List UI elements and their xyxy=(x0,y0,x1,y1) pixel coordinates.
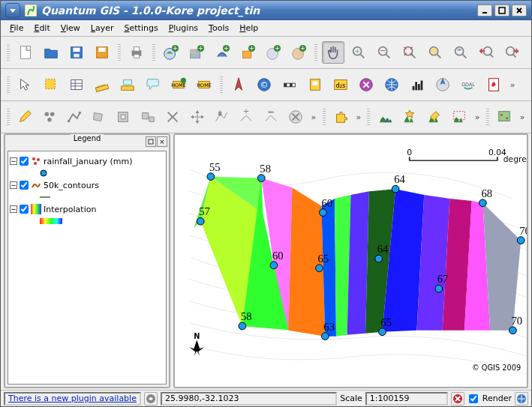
zoom-layer-button[interactable] xyxy=(449,41,472,64)
menu-settings[interactable]: Settings xyxy=(120,22,163,34)
toolbar-overflow-5[interactable]: » xyxy=(518,106,526,128)
select-button[interactable] xyxy=(40,73,62,96)
gps-button[interactable] xyxy=(431,73,454,96)
menu-layer[interactable]: Layer xyxy=(86,22,119,34)
svg-text:60: 60 xyxy=(272,250,284,262)
gdal-button[interactable]: GDAL xyxy=(457,73,479,96)
add-raster-button[interactable]: + xyxy=(185,41,208,64)
save-as-button[interactable] xyxy=(91,41,113,64)
expand-icon[interactable]: − xyxy=(10,205,17,213)
rainfall-point: 58 xyxy=(257,163,271,182)
capture-ring-button[interactable] xyxy=(113,106,134,128)
split-button[interactable] xyxy=(161,106,183,128)
georeferencer-button[interactable] xyxy=(494,106,515,128)
grass-edit-button[interactable] xyxy=(424,106,446,128)
pdf-button[interactable] xyxy=(482,73,505,96)
zoom-in-button[interactable]: + xyxy=(347,41,370,64)
menu-view[interactable]: View xyxy=(56,22,85,34)
maximize-button[interactable] xyxy=(494,4,509,16)
pan-button[interactable] xyxy=(322,41,344,64)
menu-plugins[interactable]: Plugins xyxy=(164,22,203,34)
legend-close-button[interactable]: × xyxy=(157,136,167,147)
plugin-manager-button[interactable] xyxy=(329,106,351,128)
rainfall-point: 70 xyxy=(509,315,523,334)
svg-text:+: + xyxy=(249,44,254,52)
d2s-button[interactable]: d₂s xyxy=(329,73,352,96)
toolbar-overflow-4[interactable]: » xyxy=(473,106,481,128)
expand-icon[interactable]: − xyxy=(10,157,17,165)
legend-undock-button[interactable] xyxy=(146,136,156,147)
zoom-next-button[interactable] xyxy=(500,41,523,64)
svg-point-100 xyxy=(37,158,40,161)
render-checkbox[interactable] xyxy=(469,394,478,403)
add-vertex-button[interactable]: + xyxy=(236,106,257,128)
delete-selected-button[interactable] xyxy=(284,106,306,128)
projection-button[interactable] xyxy=(515,392,528,406)
layer-visibility-checkbox[interactable] xyxy=(20,181,29,190)
add-wfs-button[interactable]: + xyxy=(287,41,310,64)
scalebar-button[interactable] xyxy=(278,73,301,96)
layer-visibility-checkbox[interactable] xyxy=(20,205,29,214)
grass-tools-button[interactable] xyxy=(374,106,396,128)
layer-contours[interactable]: − 50k_contours xyxy=(10,178,164,192)
capture-island-button[interactable] xyxy=(137,106,159,128)
map-tips-button[interactable] xyxy=(142,73,164,96)
toolbar-overflow-2[interactable]: » xyxy=(309,106,317,128)
grass-new-button[interactable] xyxy=(399,106,421,128)
print-button[interactable] xyxy=(125,41,148,64)
capture-line-button[interactable] xyxy=(63,106,85,128)
open-project-button[interactable] xyxy=(40,41,62,64)
copyright-button[interactable]: © xyxy=(253,73,275,96)
zoom-full-button[interactable] xyxy=(398,41,421,64)
svg-point-125 xyxy=(319,209,326,217)
stop-render-button[interactable] xyxy=(144,392,158,406)
new-project-button[interactable] xyxy=(14,41,37,64)
move-feature-button[interactable] xyxy=(186,106,208,128)
map-canvas[interactable]: 555860646870576065646758636570 0 0.04 de… xyxy=(173,133,528,388)
layer-interpolation[interactable]: − Interpolation xyxy=(10,202,164,216)
menu-edit[interactable]: Edit xyxy=(29,22,54,34)
expand-icon[interactable]: − xyxy=(10,181,17,189)
zoom-last-button[interactable] xyxy=(475,41,497,64)
layer-visibility-checkbox[interactable] xyxy=(20,157,29,166)
add-wms-button[interactable]: + xyxy=(262,41,284,64)
capture-point-button[interactable] xyxy=(38,106,60,128)
wfs-button[interactable] xyxy=(380,73,403,96)
stop-icon[interactable] xyxy=(451,392,464,406)
open-table-button[interactable] xyxy=(65,73,88,96)
identify-button[interactable] xyxy=(14,73,37,96)
minimize-button[interactable] xyxy=(477,4,492,16)
add-spatialite-button[interactable]: + xyxy=(236,41,259,64)
menu-tools[interactable]: Tools xyxy=(204,22,233,34)
close-button[interactable] xyxy=(512,4,527,16)
symbol-icon xyxy=(40,218,62,224)
quickprint-button[interactable] xyxy=(304,73,326,96)
menu-help[interactable]: Help xyxy=(235,22,263,34)
capture-polygon-button[interactable] xyxy=(88,106,110,128)
zoom-out-button[interactable]: − xyxy=(373,41,395,64)
scale-input[interactable]: 1:100159 xyxy=(365,392,448,406)
toolbar-overflow-1[interactable]: » xyxy=(508,73,517,96)
legend-tree[interactable]: − rainfall_january (mm) − 50k_contours − xyxy=(8,151,167,385)
save-project-button[interactable] xyxy=(65,41,88,64)
show-bookmarks-button[interactable]: HOME xyxy=(193,73,215,96)
histogram-button[interactable] xyxy=(406,73,428,96)
north-arrow-button[interactable] xyxy=(227,73,250,96)
measure-line-button[interactable] xyxy=(91,73,113,96)
menu-file[interactable]: File xyxy=(5,22,28,34)
add-postgis-button[interactable]: + xyxy=(211,41,233,64)
ftools-button[interactable] xyxy=(355,73,377,96)
window-menu-button[interactable] xyxy=(5,3,20,18)
measure-area-button[interactable] xyxy=(116,73,139,96)
grass-region-button[interactable] xyxy=(449,106,470,128)
edit-toggle-button[interactable] xyxy=(14,106,36,128)
toolbar-overflow-3[interactable]: » xyxy=(354,106,362,128)
plugin-notice[interactable]: There is a new plugin available xyxy=(4,392,141,406)
new-bookmark-button[interactable]: HOME xyxy=(167,73,190,96)
add-vector-button[interactable]: + xyxy=(160,41,182,64)
delete-vertex-button[interactable] xyxy=(260,106,282,128)
svg-text:65: 65 xyxy=(381,316,392,328)
zoom-selection-button[interactable] xyxy=(424,41,446,64)
layer-rainfall[interactable]: − rainfall_january (mm) xyxy=(10,154,164,168)
move-vertex-button[interactable] xyxy=(211,106,233,128)
